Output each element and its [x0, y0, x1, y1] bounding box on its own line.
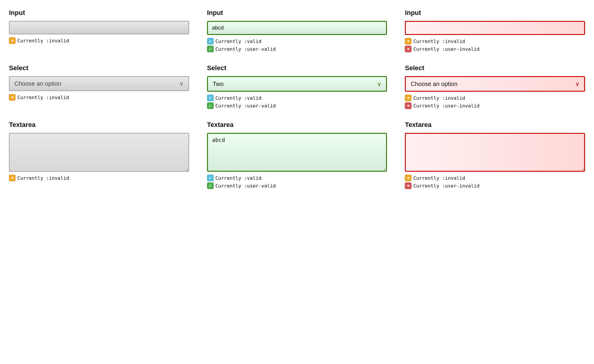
status-list-col2-row2: ✕Currently :invalid✕Currently :user-inva… [405, 175, 585, 189]
status-item-1-col1-row1: ✓Currently :user-valid [207, 102, 387, 109]
input-field-col1[interactable] [207, 21, 387, 35]
status-list-col1-row2: ✓Currently :valid✓Currently :user-valid [207, 175, 387, 189]
status-item-0-col2-row1: ✕Currently :invalid [405, 95, 585, 101]
cell-col2-row1: SelectChoose an optionOneTwoThree∨✕Curre… [405, 64, 585, 109]
badge-blue-check-icon: ✓ [207, 175, 214, 181]
badge-orange-x-icon: ✕ [405, 38, 411, 44]
badge-orange-x-icon: ✕ [9, 175, 16, 181]
status-text-col1-row2-0: Currently :valid [215, 175, 261, 181]
section-label-input-col0: Input [9, 9, 189, 17]
status-list-col0-row0: ✕Currently :invalid [9, 37, 189, 44]
status-list-col1-row1: ✓Currently :valid✓Currently :user-valid [207, 95, 387, 109]
cell-col1-row0: Input✓Currently :valid✓Currently :user-v… [207, 9, 387, 52]
status-text-col0-row0-0: Currently :invalid [17, 38, 69, 44]
status-item-0-col1-row0: ✓Currently :valid [207, 38, 387, 44]
status-list-col0-row2: ✕Currently :invalid [9, 175, 189, 181]
section-label-select-col2: Select [405, 64, 585, 72]
cell-col1-row1: SelectChoose an optionOneTwoThree∨✓Curre… [207, 64, 387, 109]
select-field-col1[interactable]: Choose an optionOneTwoThree [207, 76, 387, 92]
badge-green-check-icon: ✓ [207, 46, 214, 52]
badge-green-check-icon: ✓ [207, 182, 214, 189]
select-wrapper-col2: Choose an optionOneTwoThree∨ [405, 76, 585, 92]
select-wrapper-col0: Choose an optionOneTwoThree∨ [9, 76, 189, 91]
status-text-col1-row0-1: Currently :user-valid [215, 46, 276, 52]
badge-orange-x-icon: ✕ [9, 94, 16, 101]
textarea-field-col0[interactable] [9, 133, 189, 172]
section-label-select-col0: Select [9, 64, 189, 72]
cell-col2-row2: Textarea✕Currently :invalid✕Currently :u… [405, 121, 585, 189]
textarea-field-col1[interactable]: abcd [207, 133, 387, 172]
status-list-col0-row1: ✕Currently :invalid [9, 94, 189, 101]
status-item-1-col1-row2: ✓Currently :user-valid [207, 182, 387, 189]
status-text-col0-row1-0: Currently :invalid [17, 95, 69, 100]
status-text-col2-row1-1: Currently :user-invalid [413, 103, 480, 109]
cell-col0-row1: SelectChoose an optionOneTwoThree∨✕Curre… [9, 64, 189, 109]
badge-orange-x-icon: ✕ [405, 175, 411, 181]
status-text-col1-row1-0: Currently :valid [215, 95, 261, 101]
status-text-col1-row2-1: Currently :user-valid [215, 183, 276, 189]
section-label-input-col1: Input [207, 9, 387, 17]
status-text-col2-row2-0: Currently :invalid [413, 175, 465, 181]
status-item-0-col2-row2: ✕Currently :invalid [405, 175, 585, 181]
section-label-textarea-col0: Textarea [9, 121, 189, 129]
section-label-textarea-col1: Textarea [207, 121, 387, 129]
badge-red-x-icon: ✕ [405, 102, 411, 109]
select-field-col0[interactable]: Choose an optionOneTwoThree [9, 76, 189, 91]
status-list-col1-row0: ✓Currently :valid✓Currently :user-valid [207, 38, 387, 52]
badge-blue-check-icon: ✓ [207, 95, 214, 101]
status-item-1-col2-row1: ✕Currently :user-invalid [405, 102, 585, 109]
status-item-1-col2-row2: ✕Currently :user-invalid [405, 182, 585, 189]
status-item-0-col1-row2: ✓Currently :valid [207, 175, 387, 181]
status-text-col1-row0-0: Currently :valid [215, 39, 261, 44]
status-list-col2-row1: ✕Currently :invalid✕Currently :user-inva… [405, 95, 585, 109]
status-text-col2-row0-1: Currently :user-invalid [413, 46, 480, 52]
input-field-col2[interactable] [405, 21, 585, 35]
section-label-select-col1: Select [207, 64, 387, 72]
select-field-col2[interactable]: Choose an optionOneTwoThree [405, 76, 585, 92]
cell-col0-row2: Textarea✕Currently :invalid [9, 121, 189, 189]
input-field-col0[interactable] [9, 21, 189, 34]
badge-green-check-icon: ✓ [207, 102, 214, 109]
status-text-col0-row2-0: Currently :invalid [17, 175, 69, 181]
badge-blue-check-icon: ✓ [207, 38, 214, 44]
status-item-0-col0-row0: ✕Currently :invalid [9, 37, 189, 44]
status-item-0-col2-row0: ✕Currently :invalid [405, 38, 585, 44]
main-grid: Input✕Currently :invalidSelectChoose an … [9, 9, 585, 189]
status-text-col2-row1-0: Currently :invalid [413, 95, 465, 101]
badge-red-x-icon: ✕ [405, 46, 411, 52]
cell-col1-row2: Textareaabcd✓Currently :valid✓Currently … [207, 121, 387, 189]
status-text-col1-row1-1: Currently :user-valid [215, 103, 276, 109]
badge-red-x-icon: ✕ [405, 182, 411, 189]
status-text-col2-row2-1: Currently :user-invalid [413, 183, 480, 189]
status-item-1-col1-row0: ✓Currently :user-valid [207, 46, 387, 52]
status-text-col2-row0-0: Currently :invalid [413, 39, 465, 44]
cell-col2-row0: Input✕Currently :invalid✕Currently :user… [405, 9, 585, 52]
section-label-textarea-col2: Textarea [405, 121, 585, 129]
select-wrapper-col1: Choose an optionOneTwoThree∨ [207, 76, 387, 92]
status-item-0-col0-row1: ✕Currently :invalid [9, 94, 189, 101]
badge-orange-x-icon: ✕ [405, 95, 411, 101]
section-label-input-col2: Input [405, 9, 585, 17]
textarea-field-col2[interactable] [405, 133, 585, 172]
cell-col0-row0: Input✕Currently :invalid [9, 9, 189, 52]
status-item-0-col1-row1: ✓Currently :valid [207, 95, 387, 101]
status-list-col2-row0: ✕Currently :invalid✕Currently :user-inva… [405, 38, 585, 52]
status-item-1-col2-row0: ✕Currently :user-invalid [405, 46, 585, 52]
status-item-0-col0-row2: ✕Currently :invalid [9, 175, 189, 181]
badge-orange-x-icon: ✕ [9, 37, 16, 44]
